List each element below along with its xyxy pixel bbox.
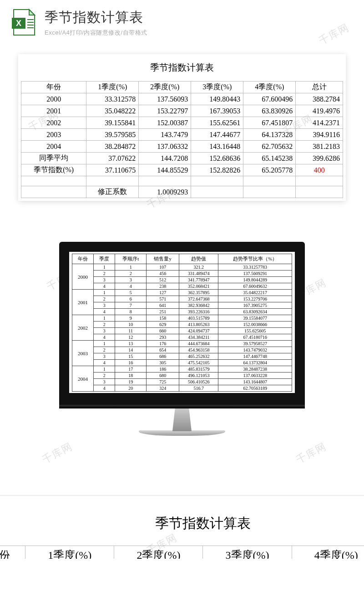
table-row: 200219158403.51578939.15584077	[72, 315, 292, 322]
cell: 14	[115, 347, 147, 353]
cell: 137.0633228	[218, 373, 292, 379]
cell-correction-value: 1.0009293	[139, 186, 191, 198]
cell: 394.9116	[296, 129, 343, 141]
cell: 641	[146, 302, 179, 309]
col-q1: 1季度(%)	[86, 82, 139, 93]
cell: 1	[94, 315, 115, 322]
cell: 153.22797	[139, 105, 191, 117]
cell-year: 2003	[72, 341, 94, 366]
cell: 144.7208	[139, 153, 191, 164]
cell-total-highlight: 400	[296, 164, 343, 176]
cell: 152.00387	[139, 117, 191, 129]
watermark: 千库网	[40, 439, 75, 467]
cell: 2	[115, 270, 147, 277]
col-q2: 2季度(%)	[114, 546, 203, 559]
cell: 3	[94, 302, 115, 309]
cell-year: 2003	[21, 129, 86, 141]
cell: 39.15584077	[218, 315, 292, 322]
cell-year: 2001	[72, 290, 94, 315]
cell: 167.39053	[191, 105, 243, 117]
table-row: 2001 35.048222 153.22797 167.39053 63.83…	[21, 105, 343, 117]
template-title: 季节指数计算表	[45, 8, 353, 27]
cell: 152.82826	[191, 164, 243, 176]
cell: 62.70563189	[218, 385, 292, 392]
cell: 485.831579	[179, 366, 218, 373]
cell: 152.0038666	[218, 322, 292, 328]
table-row: 200115127362.35789535.04822217	[72, 290, 292, 296]
cell: 149.8044289	[218, 277, 292, 283]
table-title: 季节指数计算表	[0, 514, 364, 546]
table-row: 33512341.778947149.8044289	[72, 277, 292, 283]
cell: 3	[94, 353, 115, 360]
preview-table-card: 季节指数计算表 年份 1季度(%) 2季度(%) 3季度(%) 4季度(%) 总…	[18, 54, 346, 201]
table-row: 420324516.762.70563189	[72, 385, 292, 392]
cell: 12	[115, 334, 147, 341]
cell: 331.489474	[179, 270, 218, 277]
table-row: 210629413.805263152.0038666	[72, 322, 292, 328]
page: 千库网 千库网 千库网 千库网 千库网 千库网 千库网 千库网 千库网 千库网 …	[0, 0, 364, 559]
svg-text:X: X	[16, 19, 21, 28]
cell: 153.2279706	[218, 296, 292, 302]
seasonal-index-table-large: 季节指数计算表 年份 1季度(%) 2季度(%) 3季度(%) 4季度(%) 总…	[0, 514, 364, 559]
cell-year: 2004	[72, 366, 94, 392]
cell: 238	[146, 283, 179, 290]
cell: 2	[94, 322, 115, 328]
cell: 39.155841	[86, 117, 139, 129]
cell: 17	[115, 366, 147, 373]
col-sales: 销售量y	[146, 254, 179, 264]
cell: 725	[146, 379, 179, 385]
cell: 352.068421	[179, 283, 218, 290]
cell: 176	[146, 341, 179, 347]
cell: 8	[115, 309, 147, 315]
cell: 15	[115, 353, 147, 360]
cell: 4	[94, 385, 115, 392]
cell: 35.04822217	[218, 290, 292, 296]
table-header-row: 年份 1季度(%) 2季度(%) 3季度(%) 4季度(%) 总计	[0, 546, 364, 559]
seasonal-index-table: 季节指数计算表 年份 1季度(%) 2季度(%) 3季度(%) 4季度(%) 总…	[21, 59, 343, 198]
cell: 13	[115, 341, 147, 347]
table-row: 412293434.38421167.45180716	[72, 334, 292, 341]
cell: 3	[94, 379, 115, 385]
col-year: 年份	[0, 546, 25, 559]
cell: 137.56093	[139, 93, 191, 105]
cell: 4	[94, 360, 115, 366]
cell: 67.600496	[243, 93, 296, 105]
cell: 456	[146, 270, 179, 277]
cell: 67.451807	[243, 117, 296, 129]
cell: 393.226316	[179, 309, 218, 315]
cell-year: 2001	[21, 105, 86, 117]
cell: 444.673684	[179, 341, 218, 347]
cell: 137.5609291	[218, 270, 292, 277]
table-blank-row	[21, 176, 343, 186]
cell: 341.778947	[179, 277, 218, 283]
table-row: 416305475.54210564.13732804	[72, 360, 292, 366]
table-row: 218680496.121053137.0633228	[72, 373, 292, 379]
cell: 143.16448	[191, 141, 243, 153]
cell: 155.625605	[218, 328, 292, 334]
cell-year: 2002	[72, 315, 94, 341]
table-title: 季节指数计算表	[21, 59, 343, 82]
cell: 63.83092634	[218, 309, 292, 315]
monitor-screen: 年份 季度 季顺序t 销售量y 趋势值 趋势季节比率（%） 2000111073…	[69, 252, 295, 393]
cell: 18	[115, 373, 147, 379]
cell: 62.705632	[243, 141, 296, 153]
cell: 680	[146, 373, 179, 379]
cell: 9	[115, 315, 147, 322]
cell: 19	[115, 379, 147, 385]
table-row: 44238352.06842167.60049632	[72, 283, 292, 290]
monitor-stand	[166, 408, 198, 431]
table-row: 37641382.936842167.3905275	[72, 302, 292, 309]
col-year: 年份	[21, 82, 86, 93]
table-row: 2003113176444.67368439.57958527	[72, 341, 292, 347]
cell: 4	[115, 283, 147, 290]
cell: 1	[94, 290, 115, 296]
cell: 143.1644807	[218, 379, 292, 385]
cell: 506.410526	[179, 379, 218, 385]
cell: 37.07622	[86, 153, 139, 164]
cell: 399.6286	[296, 153, 343, 164]
table-row: 2004 38.284872 137.06332 143.16448 62.70…	[21, 141, 343, 153]
table-row: 311660424.094737155.625605	[72, 328, 292, 334]
table-row: 214654454.963158143.7479032	[72, 347, 292, 353]
cell-year: 2002	[21, 117, 86, 129]
cell: 1	[115, 264, 147, 270]
